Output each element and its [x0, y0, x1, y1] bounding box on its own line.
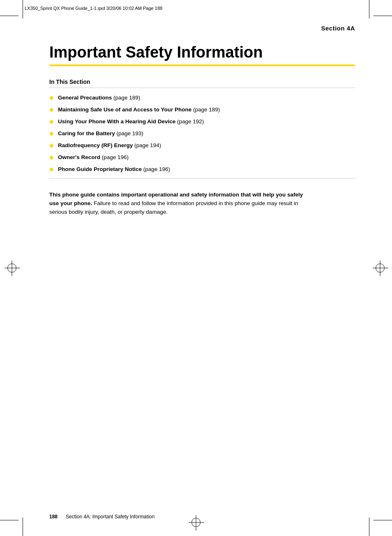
crop-mark-right-bottom: [374, 520, 392, 520]
reg-mark-left: [7, 263, 16, 273]
in-this-section-heading: In This Section: [49, 79, 355, 85]
footer-section-label: Section 4A: Important Safety Information: [66, 514, 154, 520]
toc-item-normal: (page 189): [191, 106, 220, 113]
toc-item-bold: Using Your Phone With a Hearing Aid Devi…: [58, 118, 175, 125]
toc-item-bold: Phone Guide Proprietary Notice: [58, 166, 142, 172]
toc-item-bold: General Precautions: [58, 95, 112, 101]
crop-mark-bottom-right: [369, 518, 369, 536]
main-content: Section 4A Important Safety Information …: [49, 25, 355, 503]
list-item: ◆ Radiofrequency (RF) Energy (page 194): [49, 142, 355, 148]
toc-item-bold: Maintaining Safe Use of and Access to Yo…: [58, 106, 191, 113]
toc-item-normal: (page 193): [115, 130, 143, 136]
toc-item-bold: Owner's Record: [58, 154, 100, 160]
crop-mark-left-bottom: [0, 520, 18, 520]
header-meta: LX350_Sprint QX Phone Guide_1-1.qxd 3/20…: [0, 6, 392, 11]
main-title: Important Safety Information: [49, 44, 355, 61]
crop-mark-left-top: [0, 16, 18, 16]
diamond-icon: ◆: [49, 95, 54, 100]
diamond-icon: ◆: [49, 154, 54, 160]
footer: 188 Section 4A: Important Safety Informa…: [49, 514, 355, 520]
diamond-icon: ◆: [49, 166, 54, 172]
list-item: ◆ Owner's Record (page 196): [49, 154, 355, 160]
page-container: LX350_Sprint QX Phone Guide_1-1.qxd 3/20…: [0, 0, 392, 536]
header-meta-text: LX350_Sprint QX Phone Guide_1-1.qxd 3/20…: [25, 6, 162, 11]
toc-item-text: General Precautions (page 189): [58, 95, 140, 101]
list-item: ◆ Using Your Phone With a Hearing Aid De…: [49, 118, 355, 125]
diamond-icon: ◆: [49, 118, 54, 124]
toc-item-text: Caring for the Battery (page 193): [58, 130, 143, 136]
dotted-line-top: [49, 88, 355, 88]
toc-item-bold: Radiofrequency (RF) Energy: [58, 142, 133, 148]
toc-item-text: Maintaining Safe Use of and Access to Yo…: [58, 106, 220, 113]
toc-item-text: Radiofrequency (RF) Energy (page 194): [58, 142, 161, 148]
toc-item-bold: Caring for the Battery: [58, 130, 115, 136]
diamond-icon: ◆: [49, 106, 54, 112]
dotted-line-bottom: [49, 178, 355, 178]
toc-item-text: Owner's Record (page 196): [58, 154, 129, 160]
reg-mark-right: [376, 263, 385, 273]
toc-item-text: Using Your Phone With a Hearing Aid Devi…: [58, 118, 204, 125]
diamond-icon: ◆: [49, 130, 54, 136]
list-item: ◆ Caring for the Battery (page 193): [49, 130, 355, 136]
section-label: Section 4A: [49, 25, 355, 32]
toc-item-normal: (page 196): [142, 166, 170, 172]
footer-page-number: 188: [49, 514, 58, 520]
toc-item-normal: (page 189): [112, 95, 140, 101]
toc-list: ◆ General Precautions (page 189) ◆ Maint…: [49, 95, 355, 172]
crop-mark-bottom-left: [23, 518, 23, 536]
toc-item-normal: (page 196): [100, 154, 129, 160]
list-item: ◆ Maintaining Safe Use of and Access to …: [49, 106, 355, 113]
toc-item-text: Phone Guide Proprietary Notice (page 196…: [58, 166, 170, 172]
title-underline: [49, 65, 355, 66]
list-item: ◆ Phone Guide Proprietary Notice (page 1…: [49, 166, 355, 172]
body-paragraph: This phone guide contains important oper…: [49, 191, 304, 217]
diamond-icon: ◆: [49, 142, 54, 148]
toc-item-normal: (page 194): [133, 142, 161, 148]
crop-mark-right-top: [374, 16, 392, 16]
list-item: ◆ General Precautions (page 189): [49, 95, 355, 101]
toc-item-normal: (page 192): [175, 118, 204, 125]
